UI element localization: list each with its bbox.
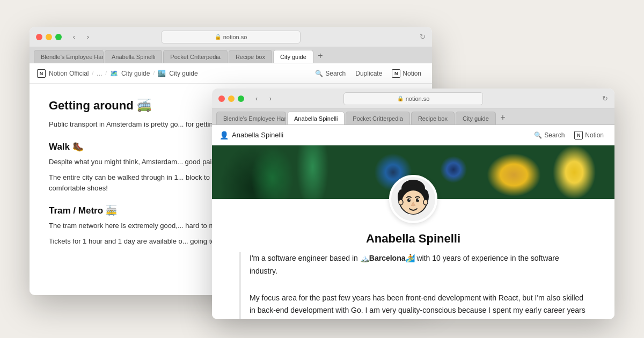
toolbar-back: N Notion Official / ... / 🗺️ City guide … xyxy=(30,63,432,84)
notion-icon-front: N xyxy=(574,131,583,139)
search-icon-back: 🔍 xyxy=(315,70,323,77)
tabs-bar-front: Blendle's Employee Handbook Anabella Spi… xyxy=(212,109,614,125)
forward-button-front[interactable]: › xyxy=(265,93,276,105)
bio-blockquote: I'm a software engineer based in 🏔️Barce… xyxy=(239,252,588,319)
maximize-button-front[interactable] xyxy=(238,95,244,102)
tab-critterpedia[interactable]: Pocket Critterpedia xyxy=(163,50,228,63)
nav-buttons: ‹ › xyxy=(68,31,94,43)
add-tab-button-back[interactable]: + xyxy=(314,50,326,62)
nav-buttons-front: ‹ › xyxy=(251,93,276,105)
notion-button-back[interactable]: N Notion xyxy=(389,68,425,79)
minimize-button[interactable] xyxy=(46,34,52,40)
breadcrumb-dots: ... xyxy=(97,70,102,77)
url-text: notion.so xyxy=(223,34,247,40)
tab-recipe[interactable]: Recipe box xyxy=(229,50,272,63)
traffic-lights-back xyxy=(36,34,62,40)
lock-icon-front: 🔒 xyxy=(397,95,404,101)
search-button-front[interactable]: 🔍 Search xyxy=(531,130,568,141)
content-front: Anabella Spinelli I'm a software enginee… xyxy=(212,145,614,319)
title-bar-back: ‹ › 🔒 notion.so ↻ xyxy=(30,27,432,47)
profile-name: Anabella Spinelli xyxy=(239,232,588,246)
profile-content: Anabella Spinelli I'm a software enginee… xyxy=(212,232,614,319)
page-title-toolbar: Anabella Spinelli xyxy=(232,131,283,139)
traffic-lights-front xyxy=(218,95,244,102)
lock-icon: 🔒 xyxy=(215,34,221,40)
tab-cityguide-back[interactable]: City guide xyxy=(273,50,313,63)
maximize-button[interactable] xyxy=(55,34,62,40)
tab-city-front[interactable]: City guide xyxy=(456,112,496,124)
breadcrumb-notion: Notion Official xyxy=(49,70,89,77)
svg-point-6 xyxy=(407,199,411,202)
svg-point-9 xyxy=(418,199,419,200)
svg-point-11 xyxy=(423,200,428,205)
address-bar-back[interactable]: 🔒 notion.so xyxy=(161,31,301,43)
tab-blendl[interactable]: Blendle's Employee Handbook xyxy=(34,50,104,63)
breadcrumb-city1: 🗺️ xyxy=(110,70,118,77)
avatar-face-svg xyxy=(392,178,435,221)
sep2: / xyxy=(105,70,107,76)
tab-recipe-front[interactable]: Recipe box xyxy=(411,112,455,124)
search-button-back[interactable]: 🔍 Search xyxy=(312,68,349,79)
refresh-button[interactable]: ↻ xyxy=(420,33,426,41)
avatar-container xyxy=(212,175,614,223)
notion-button-front[interactable]: N Notion xyxy=(571,129,607,141)
svg-point-7 xyxy=(416,199,419,202)
title-bar-front: ‹ › 🔒 notion.so ↻ xyxy=(212,89,614,109)
svg-point-8 xyxy=(409,199,411,200)
avatar xyxy=(389,175,437,223)
tabs-bar-back: Blendle's Employee Handbook Anabella Spi… xyxy=(30,47,432,63)
search-icon-front: 🔍 xyxy=(534,131,542,139)
close-button-front[interactable] xyxy=(218,95,225,102)
svg-point-10 xyxy=(399,200,403,205)
notion-icon-back: N xyxy=(392,69,400,78)
breadcrumb-city-label2: City guide xyxy=(169,70,197,77)
bio-p2: My focus area for the past few years has… xyxy=(250,292,588,319)
sep1: / xyxy=(92,70,93,76)
address-bar-front[interactable]: 🔒 notion.so xyxy=(343,92,483,105)
tab-anabella-front[interactable]: Anabella Spinelli xyxy=(287,112,345,124)
tab-critter-front[interactable]: Pocket Critterpedia xyxy=(346,112,410,124)
browser-window-front: ‹ › 🔒 notion.so ↻ Blendle's Employee Han… xyxy=(212,89,614,319)
notion-logo-back: N xyxy=(37,69,46,78)
sep3: / xyxy=(153,70,155,76)
back-button-front[interactable]: ‹ xyxy=(251,93,262,105)
toolbar-front: 👤 Anabella Spinelli 🔍 Search N Notion xyxy=(212,125,614,145)
minimize-button-front[interactable] xyxy=(228,95,235,102)
close-button[interactable] xyxy=(36,34,42,40)
duplicate-button[interactable]: Duplicate xyxy=(352,68,385,79)
refresh-button-front[interactable]: ↻ xyxy=(602,94,608,102)
breadcrumb-city2: 🏙️ xyxy=(158,70,166,77)
add-tab-button-front[interactable]: + xyxy=(497,112,509,123)
forward-button[interactable]: › xyxy=(82,31,94,43)
tab-anabella[interactable]: Anabella Spinelli xyxy=(105,50,162,63)
page-icon-front: 👤 xyxy=(219,131,229,139)
breadcrumb-city-label1: City guide xyxy=(121,70,150,77)
url-text-front: notion.so xyxy=(406,95,430,102)
bio-p1: I'm a software engineer based in 🏔️Barce… xyxy=(250,252,588,278)
tab-blendle-front[interactable]: Blendle's Employee Handbook xyxy=(216,112,286,124)
back-button[interactable]: ‹ xyxy=(68,31,80,43)
